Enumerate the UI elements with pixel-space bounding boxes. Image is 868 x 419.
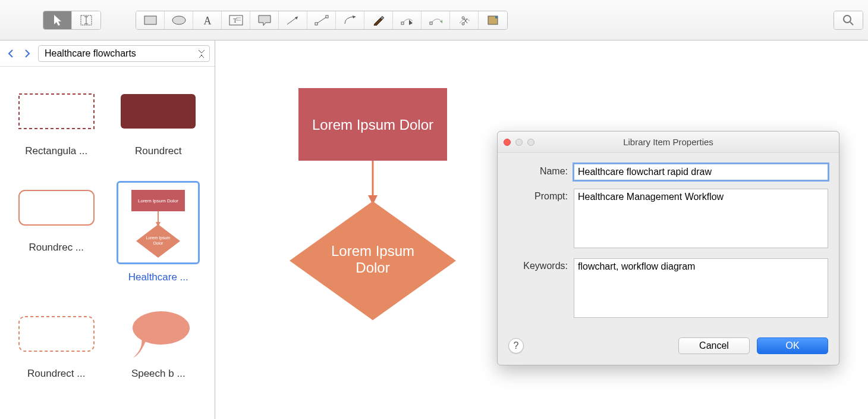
svg-line-11: [316, 17, 327, 24]
library-selector-label: Healthcare flowcharts: [45, 48, 136, 59]
dialog-footer: ? Cancel OK: [498, 337, 839, 365]
curve-tool[interactable]: [336, 11, 364, 30]
shape-label: Roundrect: [135, 145, 181, 157]
rectangle-tool[interactable]: [136, 11, 165, 30]
ok-button[interactable]: OK: [757, 337, 828, 354]
svg-rect-35: [19, 317, 94, 351]
add-point-icon: +: [429, 15, 442, 26]
svg-marker-0: [54, 15, 61, 26]
svg-rect-12: [315, 23, 317, 25]
svg-rect-27: [19, 190, 94, 225]
svg-point-3: [172, 16, 185, 24]
line-tool[interactable]: [307, 11, 336, 30]
diamond-text-line2: Dolor: [356, 259, 389, 276]
keywords-input[interactable]: [574, 258, 828, 318]
shape-roundrect-dashed[interactable]: Roundrect ...: [8, 307, 105, 380]
shape-preview: [118, 85, 198, 138]
pen-tool[interactable]: [364, 11, 393, 30]
search-button[interactable]: [834, 11, 863, 30]
library-selector[interactable]: Healthcare flowcharts: [38, 45, 210, 62]
shape-roundrect[interactable]: Roundrect: [111, 85, 207, 157]
svg-rect-15: [401, 22, 404, 24]
text-tool[interactable]: A: [193, 11, 222, 30]
library-item-properties-dialog: Library Item Properties Name: Prompt: Ke…: [497, 131, 839, 365]
shape-rectangular[interactable]: Rectangula ...: [8, 85, 105, 157]
shape-preview: [17, 181, 96, 234]
main-toolbar: A T +: [0, 0, 868, 40]
pointer-icon: [53, 14, 62, 26]
help-button[interactable]: ?: [508, 338, 524, 354]
name-label: Name:: [508, 164, 574, 180]
pen-icon: [373, 15, 385, 26]
svg-rect-17: [430, 22, 432, 24]
text-cursor-tool[interactable]: [72, 11, 100, 30]
swatch-tool[interactable]: [479, 11, 507, 30]
ellipse-icon: [172, 15, 186, 25]
cancel-button[interactable]: Cancel: [678, 337, 750, 354]
shape-preview: [118, 307, 198, 361]
library-sidebar: Healthcare flowcharts Rectangula ... Rou…: [0, 40, 215, 419]
sidebar-header: Healthcare flowcharts: [0, 40, 215, 67]
svg-point-23: [844, 15, 851, 23]
shape-preview: [17, 307, 96, 361]
rectangle-icon: [144, 15, 157, 25]
svg-text:Dolor: Dolor: [153, 241, 163, 245]
shape-label: Roundrec ...: [29, 242, 84, 254]
search-icon: [842, 14, 854, 26]
svg-rect-22: [495, 16, 498, 18]
library-forward-button[interactable]: [21, 46, 33, 61]
svg-rect-26: [121, 94, 196, 129]
edit-points-icon: [401, 15, 414, 26]
shape-label: Speech b ...: [131, 368, 185, 380]
svg-text:Lorem Ipsum: Lorem Ipsum: [146, 236, 171, 240]
callout-icon: [258, 15, 271, 26]
line-icon: [315, 15, 329, 26]
svg-text:Lorem Ipsum Dolor: Lorem Ipsum Dolor: [138, 198, 178, 204]
diamond-text-line1: Lorem Ipsum: [331, 243, 414, 259]
scissors-icon: [458, 15, 471, 26]
edit-points-tool[interactable]: [393, 11, 422, 30]
svg-text:A: A: [203, 15, 211, 26]
prompt-input[interactable]: [574, 189, 828, 248]
textbox-tool[interactable]: T: [222, 11, 250, 30]
window-close-button[interactable]: [504, 139, 511, 146]
svg-rect-13: [326, 15, 328, 18]
letter-a-icon: A: [202, 15, 213, 26]
window-controls: [504, 139, 534, 146]
shape-preview: Lorem Ipsum Dolor Lorem Ipsum Dolor: [117, 181, 200, 264]
shape-label: Healthcare ...: [128, 271, 188, 283]
chevron-left-icon: [7, 49, 14, 58]
scissors-tool[interactable]: [450, 11, 479, 30]
window-zoom-button[interactable]: [527, 139, 534, 146]
pointer-tool[interactable]: [43, 11, 72, 30]
arrow-icon: [286, 15, 300, 26]
svg-point-19: [462, 17, 464, 19]
window-minimize-button[interactable]: [515, 139, 523, 146]
prompt-label: Prompt:: [508, 189, 574, 250]
shape-healthcare[interactable]: Lorem Ipsum Dolor Lorem Ipsum Dolor Heal…: [111, 181, 207, 283]
name-input[interactable]: [574, 164, 828, 180]
curve-icon: [343, 15, 357, 26]
dialog-body: Name: Prompt: Keywords:: [498, 153, 839, 337]
process-box-text: Lorem Ipsum Dolor: [312, 117, 433, 133]
callout-tool[interactable]: [250, 11, 279, 30]
shape-preview: [17, 85, 96, 138]
keywords-label: Keywords:: [508, 258, 574, 320]
arrow-line-tool[interactable]: [279, 11, 307, 30]
dialog-titlebar[interactable]: Library Item Properties: [498, 132, 839, 153]
svg-text:+: +: [440, 18, 442, 25]
search-group: [834, 11, 863, 30]
library-back-button[interactable]: [5, 46, 17, 61]
add-point-tool[interactable]: +: [422, 11, 450, 30]
svg-marker-14: [353, 15, 356, 18]
svg-rect-2: [144, 16, 156, 24]
shape-label: Roundrect ...: [27, 368, 85, 380]
svg-line-24: [850, 22, 853, 25]
svg-point-20: [462, 23, 464, 25]
ellipse-tool[interactable]: [165, 11, 193, 30]
shape-speech-bubble[interactable]: Speech b ...: [111, 307, 207, 380]
chevron-right-icon: [24, 49, 31, 58]
svg-rect-25: [19, 94, 94, 129]
shape-grid: Rectangula ... Roundrect Roundrec ... Lo…: [0, 67, 215, 398]
shape-roundrec-outline[interactable]: Roundrec ...: [8, 181, 105, 283]
